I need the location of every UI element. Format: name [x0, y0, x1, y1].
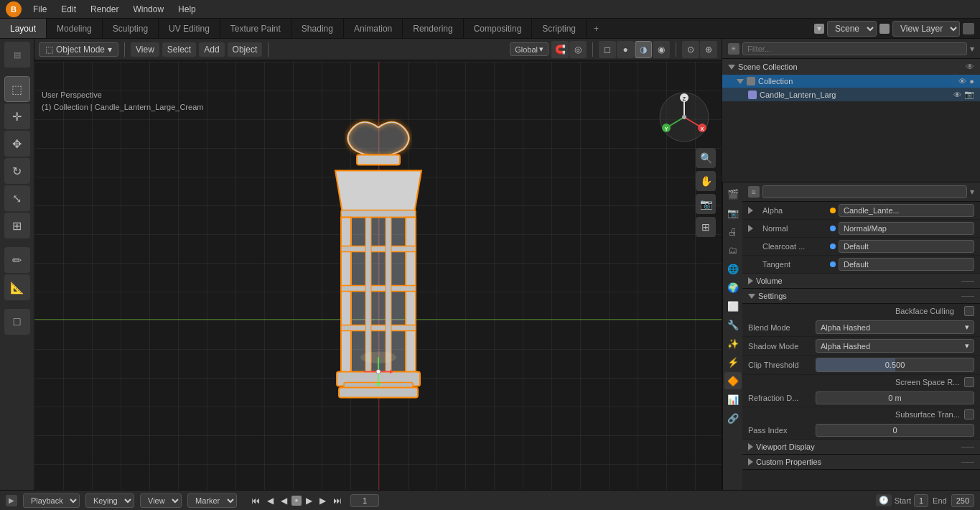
annotate-tool-button[interactable]: ✏	[4, 247, 30, 273]
zoom-in-button[interactable]: 🔍	[696, 148, 716, 168]
collection-expand[interactable]	[737, 79, 744, 84]
object-mode-select[interactable]: ⬚ Object Mode ▾	[39, 42, 118, 57]
tab-compositing[interactable]: Compositing	[464, 19, 533, 38]
view-selector[interactable]: View	[140, 493, 182, 508]
collection-select[interactable]: ●	[969, 77, 974, 85]
jump-start-button[interactable]: ⏮	[248, 494, 263, 507]
gizmo-toggle[interactable]: ⊕	[700, 41, 717, 58]
output-props-tab[interactable]: 🖨	[724, 223, 742, 240]
solid-button[interactable]: ●	[617, 41, 634, 58]
settings-section-header[interactable]: Settings	[742, 289, 980, 304]
props-options-button[interactable]: ▾	[970, 187, 974, 197]
material-button[interactable]: ◑	[635, 41, 652, 58]
keying-selector[interactable]: Keying	[85, 493, 134, 508]
object-render[interactable]: 📷	[964, 90, 974, 99]
navigation-gizmo[interactable]: Z X Y	[658, 91, 711, 144]
play-button[interactable]: ▶	[303, 494, 315, 507]
snap-button[interactable]: 🧲	[551, 41, 569, 58]
collections-button[interactable]: ⊞	[696, 217, 716, 237]
add-menu-button[interactable]: Add	[199, 42, 224, 57]
outliner-filter-button[interactable]: ▾	[970, 44, 974, 54]
collection-visibility[interactable]: 👁	[958, 77, 966, 85]
alpha-expand[interactable]	[748, 207, 760, 214]
constraints-tab[interactable]: 🔗	[724, 409, 742, 427]
tab-shading[interactable]: Shading	[291, 19, 344, 38]
scene-visibility-icon[interactable]: 👁	[966, 62, 974, 72]
tab-layout[interactable]: Layout	[0, 19, 47, 38]
render-props-tab[interactable]: 📷	[724, 204, 742, 221]
clip-threshold-field[interactable]: 0.500	[816, 358, 974, 372]
screen-space-checkbox[interactable]	[964, 377, 974, 387]
scene-collection-row[interactable]: Scene Collection 👁	[722, 59, 980, 75]
jump-end-button[interactable]: ⏭	[330, 494, 345, 507]
overlay-toggle[interactable]: ⊙	[682, 41, 699, 58]
tab-rendering[interactable]: Rendering	[403, 19, 463, 38]
stop-button[interactable]: ●	[291, 496, 302, 506]
backface-checkbox[interactable]	[964, 306, 974, 316]
measure-tool-button[interactable]: 📐	[4, 274, 30, 300]
object-visibility[interactable]: 👁	[953, 91, 961, 99]
object-menu-button[interactable]: Object	[228, 42, 263, 57]
marker-selector[interactable]: Marker	[187, 493, 237, 508]
tab-uv-editing[interactable]: UV Editing	[159, 19, 220, 38]
material-tab[interactable]: 🔶	[724, 372, 742, 389]
add-cube-button[interactable]: □	[4, 309, 30, 335]
tab-scripting[interactable]: Scripting	[532, 19, 587, 38]
select-tool-button[interactable]: ⬚	[4, 76, 30, 102]
physics-tab[interactable]: ⚡	[724, 353, 742, 371]
rotate-tool-button[interactable]: ↻	[4, 158, 30, 184]
current-frame-field[interactable]: 1	[350, 494, 379, 507]
start-frame-field[interactable]: 1	[914, 494, 928, 507]
view-layer-props-tab[interactable]: 🗂	[724, 241, 742, 259]
refraction-value[interactable]: 0 m	[816, 391, 974, 404]
normal-expand[interactable]	[748, 225, 760, 232]
tangent-value[interactable]: Default	[839, 258, 974, 271]
add-workspace-button[interactable]: +	[587, 19, 606, 38]
data-tab[interactable]: 📊	[724, 391, 742, 408]
proportional-button[interactable]: ◎	[569, 41, 587, 58]
playback-selector[interactable]: Playback	[23, 493, 80, 508]
object-tab[interactable]: ⬜	[724, 297, 742, 315]
tab-sculpting[interactable]: Sculpting	[103, 19, 159, 38]
step-back-button[interactable]: ◀	[264, 494, 276, 507]
scene-props-tab[interactable]: 🎬	[724, 185, 742, 203]
world-tab[interactable]: 🌍	[724, 279, 742, 296]
camera-view-button[interactable]: 📷	[696, 194, 716, 214]
tab-animation[interactable]: Animation	[344, 19, 403, 38]
transform-global-select[interactable]: Global ▾	[510, 42, 549, 56]
menu-edit[interactable]: Edit	[55, 3, 82, 16]
timeline-icon[interactable]: ▶	[6, 495, 17, 506]
select-menu-button[interactable]: Select	[162, 42, 196, 57]
clearcoat-value[interactable]: Default	[839, 240, 974, 253]
scene-selector[interactable]: Scene	[827, 21, 877, 37]
cursor-tool-button[interactable]: ✛	[4, 103, 30, 129]
transform-tool-button[interactable]: ⊞	[4, 213, 30, 238]
view-layer-selector[interactable]: View Layer	[892, 21, 960, 37]
object-row[interactable]: Candle_Lantern_Larg 👁 📷	[722, 88, 980, 101]
props-search-input[interactable]	[762, 185, 967, 198]
shadow-mode-dropdown[interactable]: Alpha Hashed ▾	[816, 339, 974, 353]
play-reverse-button[interactable]: ◀	[278, 494, 290, 507]
rendered-button[interactable]: ◉	[653, 41, 670, 58]
volume-expand-icon[interactable]	[748, 277, 753, 284]
move-tool-button[interactable]: ✥	[4, 131, 30, 157]
scene-data-tab[interactable]: 🌐	[724, 260, 742, 277]
wireframe-button[interactable]: ◻	[599, 41, 616, 58]
scene-collection-expand[interactable]	[728, 65, 735, 70]
normal-value[interactable]: Normal/Map	[839, 222, 974, 235]
viewport-display-expand[interactable]	[748, 443, 753, 450]
blend-mode-dropdown[interactable]: Alpha Hashed ▾	[816, 320, 974, 334]
viewport-display-header[interactable]: Viewport Display	[742, 440, 980, 455]
pass-index-value[interactable]: 0	[816, 424, 974, 437]
step-forward-button[interactable]: ▶	[317, 494, 329, 507]
outliner-search-input[interactable]	[742, 42, 967, 55]
menu-help[interactable]: Help	[172, 3, 202, 16]
view-menu-button[interactable]: View	[131, 42, 159, 57]
menu-file[interactable]: File	[27, 3, 52, 16]
tab-modeling[interactable]: Modeling	[47, 19, 103, 38]
end-frame-field[interactable]: 250	[951, 494, 974, 507]
custom-props-expand[interactable]	[748, 458, 753, 465]
collection-row[interactable]: Collection 👁 ●	[722, 75, 980, 88]
alpha-value[interactable]: Candle_Lante...	[839, 204, 974, 217]
tab-texture-paint[interactable]: Texture Paint	[220, 19, 291, 38]
